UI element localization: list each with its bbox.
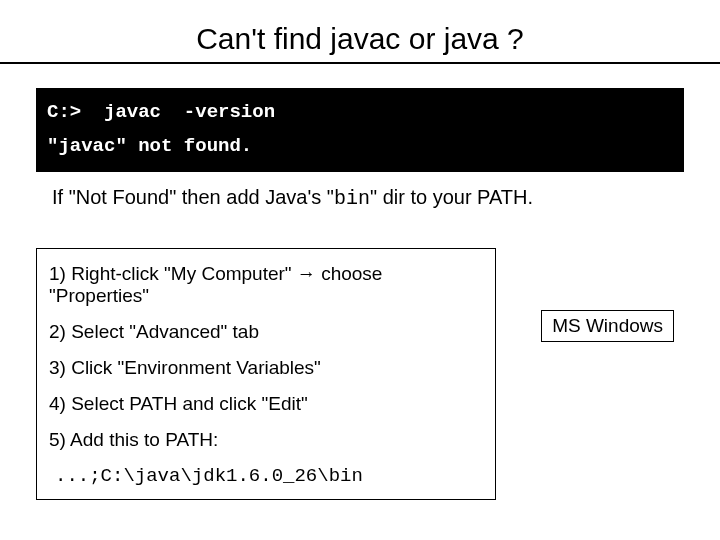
step-2: 2) Select "Advanced" tab	[49, 321, 483, 343]
os-label: MS Windows	[541, 310, 674, 342]
instruction-suffix: " dir to your PATH.	[370, 186, 533, 208]
slide-title: Can't find javac or java ?	[0, 22, 720, 56]
title-wrap: Can't find javac or java ?	[0, 0, 720, 70]
step-4: 4) Select PATH and click "Edit"	[49, 393, 483, 415]
step-3: 3) Click "Environment Variables"	[49, 357, 483, 379]
slide: Can't find javac or java ? C:> javac -ve…	[0, 0, 720, 540]
instruction-text: If "Not Found" then add Java's "bin" dir…	[52, 186, 684, 210]
instruction-bin: bin	[334, 187, 370, 210]
terminal-line-1: C:> javac -version	[47, 95, 673, 129]
title-underline	[0, 62, 720, 64]
terminal-line-2: "javac" not found.	[47, 129, 673, 163]
step-5: 5) Add this to PATH:	[49, 429, 483, 451]
instruction-prefix: If "Not Found" then add Java's "	[52, 186, 334, 208]
terminal-block: C:> javac -version "javac" not found.	[36, 88, 684, 172]
step-1: 1) Right-click "My Computer" → choose "P…	[49, 263, 483, 307]
steps-box: 1) Right-click "My Computer" → choose "P…	[36, 248, 496, 500]
step-path: ...;C:\java\jdk1.6.0_26\bin	[55, 465, 483, 487]
